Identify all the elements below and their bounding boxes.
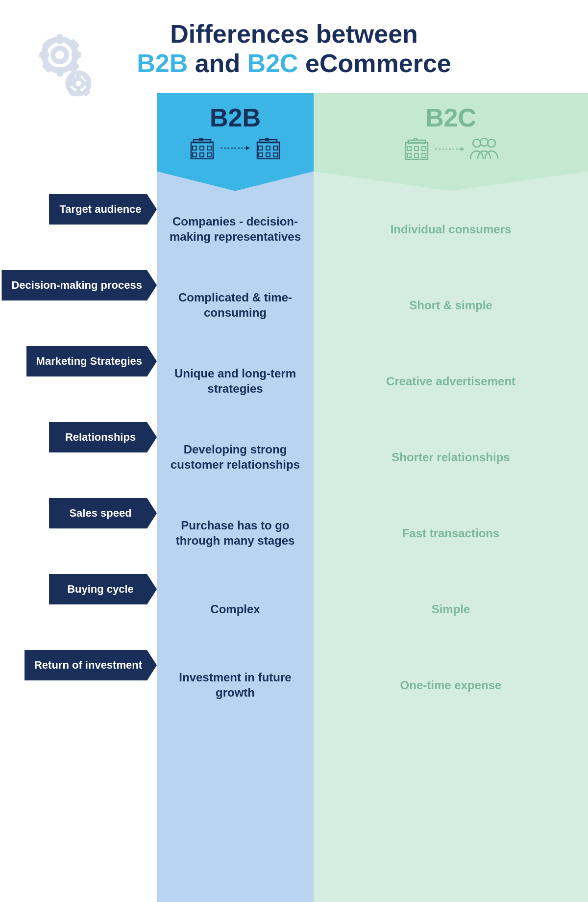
b2c-row-2: Short & simple <box>374 267 528 343</box>
label-decision-making: Decision-making process <box>1 270 157 301</box>
b2b-arrow-icon <box>220 145 250 151</box>
b2c-building-icon <box>403 138 430 160</box>
b2c-row-4: Shorter relationships <box>374 419 528 495</box>
title-b2c: B2C <box>247 49 298 77</box>
title-b2b: B2B <box>137 49 188 77</box>
b2c-row-7: One-time expense <box>374 647 528 723</box>
page-header: Differences between B2B and B2C eCommerc… <box>137 0 451 93</box>
label-spacer-2: Decision-making process <box>1 248 157 324</box>
svg-point-51 <box>473 139 481 147</box>
svg-rect-22 <box>193 146 196 150</box>
svg-rect-36 <box>259 153 263 157</box>
svg-point-11 <box>74 79 83 88</box>
label-spacer-7: Return of investment <box>24 627 157 703</box>
label-marketing: Marketing Strategies <box>26 346 157 376</box>
svg-rect-34 <box>266 146 270 150</box>
b2b-icons <box>189 137 282 159</box>
label-spacer-3: Marketing Strategies <box>26 324 157 400</box>
page: Differences between B2B and B2C eCommerc… <box>0 0 588 902</box>
b2b-row-6: Complex <box>157 571 314 647</box>
svg-rect-42 <box>407 147 411 150</box>
svg-point-1 <box>53 48 67 62</box>
label-buying-cycle: Buying cycle <box>49 574 157 604</box>
b2c-header: B2C <box>314 93 588 191</box>
b2c-column: B2C <box>314 93 588 902</box>
label-roi: Return of investment <box>24 650 157 680</box>
svg-rect-38 <box>273 153 277 157</box>
svg-point-53 <box>488 139 495 147</box>
svg-rect-8 <box>42 62 53 74</box>
b2c-title: B2C <box>425 103 476 132</box>
b2b-rows: Companies - decision-making representati… <box>157 191 314 723</box>
b2b-column: B2B <box>157 93 314 902</box>
svg-rect-44 <box>422 147 426 150</box>
svg-rect-3 <box>57 67 63 76</box>
b2b-row-2: Complicated & time-consuming <box>157 267 314 343</box>
svg-rect-37 <box>266 153 270 157</box>
svg-rect-35 <box>273 146 277 150</box>
b2b-header: B2B <box>157 93 314 191</box>
b2b-row-3: Unique and long-term strategies <box>157 343 314 419</box>
b2b-title: B2B <box>210 103 261 132</box>
labels-column: Target audience Decision-making process … <box>0 93 157 902</box>
b2c-icons <box>403 137 499 161</box>
svg-rect-14 <box>66 81 73 86</box>
label-spacer-6: Buying cycle <box>49 551 157 627</box>
svg-rect-47 <box>422 153 426 157</box>
b2c-rows: Individual consumers Short & simple Crea… <box>374 191 528 902</box>
svg-rect-26 <box>200 153 204 157</box>
main-title: Differences between B2B and B2C eCommerc… <box>137 20 451 78</box>
svg-rect-24 <box>207 146 211 150</box>
b2c-arrow-icon <box>435 146 465 152</box>
columns-wrapper: Target audience Decision-making process … <box>0 93 588 902</box>
main-content: Target audience Decision-making process … <box>0 93 588 902</box>
b2c-row-5: Fast transactions <box>374 495 528 571</box>
label-spacer-5: Sales speed <box>49 476 157 551</box>
b2c-people-icon <box>469 137 499 161</box>
b2c-row-3: Creative advertisement <box>374 343 528 419</box>
svg-rect-45 <box>407 153 411 157</box>
b2b-row-1: Companies - decision-making representati… <box>157 191 314 267</box>
title-and: and <box>188 49 247 77</box>
svg-point-52 <box>480 138 488 146</box>
b2c-row-1: Individual consumers <box>374 191 528 267</box>
label-relationships: Relationships <box>49 422 157 452</box>
svg-rect-43 <box>415 147 418 150</box>
svg-rect-33 <box>259 146 263 150</box>
title-end: eCommerce <box>298 49 451 77</box>
b2b-building-right-icon <box>255 137 282 159</box>
b2b-row-7: Investment in future growth <box>157 647 314 723</box>
b2c-row-6: Simple <box>374 571 528 647</box>
svg-rect-23 <box>200 146 204 150</box>
b2b-row-4: Developing strong customer relationships <box>157 419 314 495</box>
svg-rect-46 <box>415 153 418 157</box>
b2b-row-5: Purchase has to go through many stages <box>157 495 314 571</box>
label-sales-speed: Sales speed <box>49 498 157 528</box>
svg-rect-25 <box>193 153 196 157</box>
label-target-audience: Target audience <box>49 194 157 225</box>
svg-marker-30 <box>246 146 250 150</box>
svg-rect-15 <box>84 81 91 86</box>
svg-rect-12 <box>76 71 81 78</box>
svg-rect-2 <box>57 34 63 44</box>
svg-rect-27 <box>207 153 211 157</box>
svg-marker-50 <box>461 147 465 151</box>
label-spacer-1: Target audience <box>49 172 157 248</box>
b2b-building-left-icon <box>189 137 216 159</box>
svg-rect-5 <box>72 52 81 58</box>
label-spacer-4: Relationships <box>49 400 157 476</box>
svg-rect-4 <box>39 52 49 58</box>
title-line1: Differences between <box>170 20 418 48</box>
